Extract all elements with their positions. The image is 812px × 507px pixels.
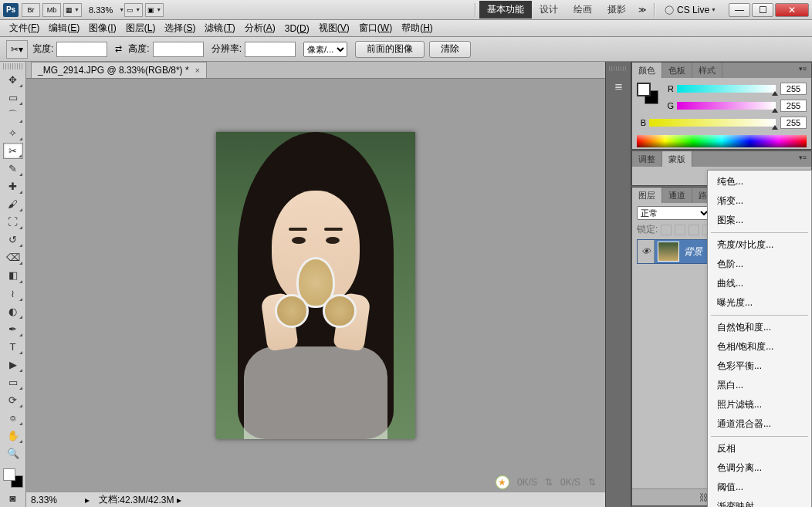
- quickmask-toggle[interactable]: ◙: [3, 490, 23, 506]
- lock-transparent-icon[interactable]: [661, 225, 672, 235]
- workspace-more-icon[interactable]: ≫: [634, 5, 651, 14]
- ctx-item[interactable]: 照片滤镜...: [708, 395, 811, 414]
- 3d-tool[interactable]: ⟳: [3, 392, 23, 408]
- viewmode-button[interactable]: ▦▼: [63, 3, 82, 17]
- menu-e[interactable]: 编辑(E): [44, 20, 84, 36]
- menu-s[interactable]: 选择(S): [160, 20, 200, 36]
- menu-w[interactable]: 窗口(W): [354, 20, 397, 36]
- width-input[interactable]: [56, 42, 107, 57]
- pen-tool[interactable]: ✒: [3, 321, 23, 337]
- tab-masks[interactable]: 蒙版: [662, 151, 692, 167]
- heal-tool[interactable]: ✚: [3, 178, 23, 194]
- history-brush-tool[interactable]: ↺: [3, 232, 23, 248]
- type-tool[interactable]: T: [3, 339, 23, 355]
- panel-grip[interactable]: [609, 66, 628, 71]
- canvas-viewport[interactable]: ★ 0K/S ⇅ 0K/S ⇅: [26, 79, 605, 492]
- ctx-item[interactable]: 纯色...: [708, 172, 811, 191]
- panel-menu-icon[interactable]: ▾≡: [794, 151, 811, 167]
- workspace-tab-design[interactable]: 设计: [532, 1, 566, 19]
- workspace-tab-photo[interactable]: 摄影: [600, 1, 634, 19]
- maximize-button[interactable]: ☐: [752, 3, 773, 17]
- hand-tool[interactable]: ✋: [3, 428, 23, 444]
- tab-channels[interactable]: 通道: [662, 188, 692, 203]
- height-input[interactable]: [153, 42, 204, 57]
- eyedropper-tool[interactable]: ✎: [3, 161, 23, 177]
- lock-pixels-icon[interactable]: [675, 225, 685, 235]
- gradient-tool[interactable]: ◧: [3, 267, 23, 283]
- tab-layers[interactable]: 图层: [632, 188, 662, 203]
- ctx-item[interactable]: 图案...: [708, 211, 811, 230]
- clear-button[interactable]: 清除: [429, 41, 471, 58]
- stamp-tool[interactable]: ⛶: [3, 214, 23, 230]
- menu-i[interactable]: 图像(I): [84, 20, 120, 36]
- menu-l[interactable]: 图层(L): [121, 20, 161, 36]
- ctx-item[interactable]: 亮度/对比度...: [708, 235, 811, 255]
- screenmode-button[interactable]: ▣▼: [145, 3, 164, 17]
- ctx-item[interactable]: 曲线...: [708, 274, 811, 293]
- ctx-item[interactable]: 通道混合器...: [708, 414, 811, 434]
- color-swatches[interactable]: [3, 468, 23, 488]
- spectrum-bar[interactable]: [637, 135, 807, 147]
- ctx-item[interactable]: 渐变...: [708, 191, 811, 211]
- wand-tool[interactable]: ✧: [3, 125, 23, 141]
- lasso-tool[interactable]: ⌒: [3, 107, 23, 123]
- swap-dims-icon[interactable]: ⇄: [115, 44, 122, 54]
- ctx-item[interactable]: 色调分离...: [708, 458, 811, 478]
- tab-styles[interactable]: 样式: [692, 63, 722, 78]
- dodge-tool[interactable]: ◐: [3, 303, 23, 319]
- document-tab[interactable]: _MG_2914.JPG @ 8.33%(RGB/8*) * ×: [31, 62, 207, 78]
- ctx-item[interactable]: 渐变映射...: [708, 497, 811, 507]
- blur-tool[interactable]: ≀: [3, 286, 23, 302]
- close-button[interactable]: ✕: [775, 3, 809, 17]
- layer-thumbnail[interactable]: [658, 242, 679, 262]
- ctx-item[interactable]: 曝光度...: [708, 293, 811, 313]
- tab-swatches[interactable]: 色板: [662, 63, 692, 78]
- 3d-camera-tool[interactable]: ⌾: [3, 410, 23, 426]
- foreground-swatch[interactable]: [3, 468, 15, 481]
- arrange-button[interactable]: ▭▼: [124, 3, 143, 17]
- ctx-item[interactable]: 色彩平衡...: [708, 357, 811, 376]
- workspace-tab-basic[interactable]: 基本功能: [479, 1, 532, 19]
- minimize-button[interactable]: —: [729, 3, 750, 17]
- g-input[interactable]: [780, 100, 807, 112]
- b-input[interactable]: [780, 117, 807, 129]
- blend-mode-select[interactable]: 正常: [637, 206, 711, 220]
- front-image-button[interactable]: 前面的图像: [355, 41, 425, 58]
- menu-d[interactable]: 3D(D): [280, 22, 314, 35]
- brush-tool[interactable]: 🖌: [3, 196, 23, 212]
- ctx-item[interactable]: 色相/饱和度...: [708, 337, 811, 357]
- cslive-button[interactable]: CS Live ▼: [658, 5, 722, 15]
- bridge-button[interactable]: Br: [22, 3, 40, 17]
- shape-tool[interactable]: ▭: [3, 374, 23, 390]
- arrow-icon[interactable]: ▸: [85, 495, 90, 505]
- tab-color[interactable]: 颜色: [632, 63, 662, 78]
- history-panel-icon[interactable]: ≣: [609, 77, 628, 94]
- ctx-item[interactable]: 阈值...: [708, 478, 811, 497]
- ctx-item[interactable]: 黑白...: [708, 376, 811, 395]
- tab-adjustments[interactable]: 调整: [632, 151, 662, 167]
- menu-f[interactable]: 文件(F): [5, 20, 44, 36]
- panel-grip[interactable]: [3, 63, 22, 69]
- panel-color-swatches[interactable]: [637, 83, 658, 104]
- zoom-tool[interactable]: 🔍: [3, 445, 23, 461]
- workspace-tab-painting[interactable]: 绘画: [566, 1, 600, 19]
- r-slider[interactable]: [677, 85, 776, 93]
- ctx-item[interactable]: 色阶...: [708, 255, 811, 274]
- minibridge-button[interactable]: Mb: [42, 3, 61, 17]
- dropdown-icon[interactable]: ▼: [119, 7, 124, 12]
- r-input[interactable]: [780, 83, 807, 95]
- b-slider[interactable]: [649, 119, 776, 127]
- unit-select[interactable]: 像素/...: [303, 42, 347, 57]
- menu-h[interactable]: 帮助(H): [397, 20, 438, 36]
- path-select-tool[interactable]: ▶: [3, 357, 23, 373]
- menu-t[interactable]: 滤镜(T): [200, 20, 239, 36]
- visibility-toggle-icon[interactable]: 👁: [638, 240, 655, 263]
- active-tool-icon[interactable]: ✂▾: [6, 40, 28, 59]
- close-tab-icon[interactable]: ×: [195, 66, 200, 75]
- move-tool[interactable]: ✥: [3, 72, 23, 88]
- ctx-item[interactable]: 自然饱和度...: [708, 318, 811, 337]
- zoom-display[interactable]: 8.33%: [31, 495, 85, 505]
- g-slider[interactable]: [677, 102, 776, 110]
- panel-menu-icon[interactable]: ▾≡: [794, 63, 811, 78]
- marquee-tool[interactable]: ▭: [3, 90, 23, 106]
